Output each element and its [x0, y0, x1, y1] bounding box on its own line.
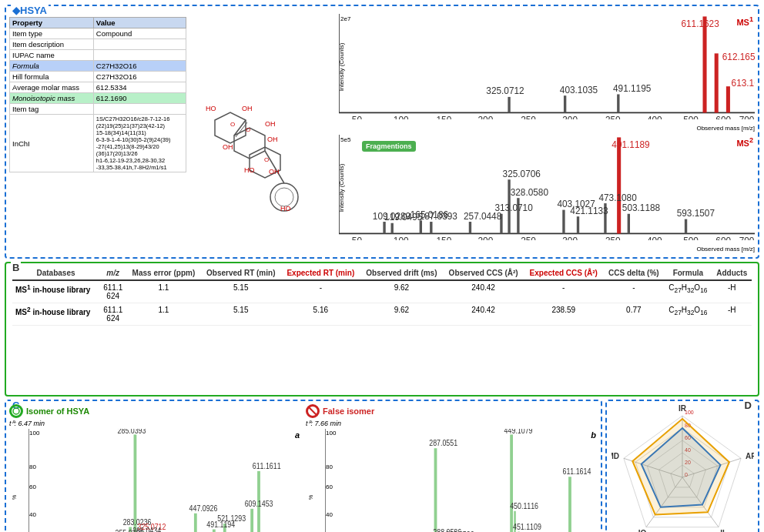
col-mass-error: Mass error (ppm): [126, 266, 200, 280]
false-isomer-rt: tᴿ: 7.66 min: [306, 420, 598, 427]
cell-obs-ccs: 240.42: [443, 303, 524, 326]
col-ccs-delta: CCS delta (%): [603, 266, 664, 280]
svg-rect-52: [562, 210, 565, 234]
table-row: MS1 in-house library 611.1624 1.1 5.15 -…: [12, 280, 752, 303]
cell-formula: C27H32O16: [664, 303, 712, 326]
cell-ccs-delta: 0.77: [603, 303, 664, 326]
svg-rect-122: [510, 434, 513, 532]
isomer-title-text: Isomer of HSYA: [26, 407, 89, 416]
cell-exp-ccs: 238.59: [524, 303, 603, 326]
svg-text:491.1189: 491.1189: [612, 139, 650, 150]
panel-a: ◆HSYA Property Value Item type Compound …: [5, 5, 759, 259]
cell-database: MS1 in-house library: [12, 280, 99, 303]
no-entry-icon: [306, 404, 320, 418]
cell-formula: C27H32O16: [664, 280, 712, 303]
svg-text:O: O: [246, 126, 250, 133]
ms2-chart-label: MS2: [736, 136, 753, 148]
false-isomer-y-80: 80: [326, 463, 333, 470]
svg-text:611.1614: 611.1614: [562, 467, 591, 477]
false-isomer-section: False isomer tᴿ: 7.66 min % 100 80 60 40…: [306, 404, 598, 532]
svg-text:257.0448: 257.0448: [464, 211, 502, 222]
svg-text:HO: HO: [244, 166, 255, 174]
panel-b: B Databases m/z Mass error (ppm) Observe…: [5, 262, 759, 396]
prop-avg-mass: Average molar mass 612.5334: [10, 82, 186, 93]
prop-formula: Formula C27H32O16: [10, 61, 186, 72]
false-isomer-y-label: %: [308, 495, 313, 500]
panel-a-charts: Intensity (Counts) 2e7 MS1 611.1623 612.…: [316, 14, 755, 254]
ms1-svg: 611.1623 612.1651 613.1673 325.0712 403.…: [339, 14, 755, 119]
prop-label: IUPAC name: [10, 50, 94, 61]
col-exp-rt: Expected RT (min): [281, 266, 360, 280]
prop-value: 1S/C27H32O16/c28-7-12-16(22)19(25)21(37)…: [93, 115, 186, 172]
svg-point-4: [275, 188, 293, 206]
svg-text:150: 150: [437, 236, 452, 240]
svg-text:200: 200: [478, 236, 494, 240]
svg-text:503.1188: 503.1188: [622, 202, 661, 213]
prop-value: [93, 50, 186, 61]
prop-hill-formula: Hill formula C27H32O16: [10, 72, 186, 82]
cell-obs-ccs: 240.42: [443, 280, 524, 303]
svg-text:OH: OH: [269, 168, 280, 176]
svg-text:400: 400: [647, 236, 662, 240]
ms1-x-label: Observed mass [m/z]: [696, 125, 755, 132]
isomer-letter: a: [295, 430, 300, 440]
prop-value: Compound: [93, 28, 186, 39]
cell-mz: 611.1624: [99, 280, 126, 303]
prop-inchi: InChI 1S/C27H32O16/c28-7-12-16(22)19(25)…: [10, 115, 186, 172]
svg-marker-169: [632, 419, 729, 515]
false-isomer-letter: b: [591, 430, 596, 440]
svg-text:100: 100: [685, 410, 694, 415]
isomer-rt: tᴿ: 6.47 min: [9, 420, 301, 427]
property-table: Property Value Item type Compound Item d…: [9, 17, 186, 172]
svg-text:611.1623: 611.1623: [682, 18, 720, 29]
svg-rect-98: [213, 530, 216, 532]
svg-text:609.1453: 609.1453: [245, 499, 273, 508]
ms2-y-scale: 5e5: [340, 136, 350, 143]
svg-text:613.1673: 613.1673: [732, 78, 755, 89]
col-obs-drift: Observed drift (ms): [360, 266, 443, 280]
col-adducts: Adducts: [712, 266, 752, 280]
svg-rect-62: [685, 219, 687, 234]
main-container: ◆HSYA Property Value Item type Compound …: [0, 0, 764, 532]
isomer-y-80: 80: [29, 463, 36, 470]
panel-d-label: D: [743, 400, 753, 411]
svg-text:OH: OH: [265, 120, 276, 128]
svg-rect-21: [703, 16, 707, 112]
svg-marker-1: [215, 112, 246, 143]
svg-text:449.1079: 449.1079: [504, 429, 533, 435]
isomer-section: Isomer of HSYA tᴿ: 6.47 min % 100 80 60 …: [9, 404, 301, 532]
svg-rect-60: [628, 214, 630, 234]
svg-text:50: 50: [352, 236, 363, 240]
svg-text:200: 200: [478, 115, 494, 119]
false-isomer-y-top: 100: [326, 430, 336, 437]
isomer-chart: % 100 80 60 40 20 a 285.0393: [28, 429, 301, 532]
data-table: Databases m/z Mass error (ppm) Observed …: [12, 266, 752, 326]
prop-label: Monoisotopic mass: [10, 93, 94, 104]
svg-text:255.0291: 255.0291: [116, 529, 144, 532]
isomer-y-label: %: [12, 495, 17, 500]
val-col-header: Value: [93, 18, 186, 28]
molecule-svg: HO OH OH OH HO OH OH HO O O O: [192, 59, 311, 212]
table-row: MS2 in-house library 611.1624 1.1 5.15 5…: [12, 303, 752, 326]
svg-text:350: 350: [605, 115, 621, 119]
isomer-svg: 285.0393 611.1611 609.1453 447.0926 521.…: [28, 429, 301, 532]
ms2-x-label: Observed mass [m/z]: [696, 246, 755, 253]
isomer-y-60: 60: [29, 483, 36, 490]
radar-svg: IR AR II IQ MD 100 80 60 40 20 0: [612, 404, 754, 532]
svg-text:447.0926: 447.0926: [189, 504, 218, 513]
svg-text:700: 700: [739, 236, 755, 240]
svg-text:300: 300: [562, 115, 578, 119]
svg-text:451.1109: 451.1109: [513, 522, 541, 531]
svg-text:109.0289: 109.0289: [373, 211, 411, 222]
ms1-chart-area: Intensity (Counts) 2e7 MS1 611.1623 612.…: [339, 14, 755, 119]
false-isomer-y-40: 40: [326, 511, 333, 518]
col-mz: m/z: [99, 266, 126, 280]
ms1-chart-label: MS1: [736, 15, 753, 27]
prop-label: Item type: [10, 28, 94, 39]
svg-text:300: 300: [562, 236, 578, 240]
false-isomer-title: False isomer: [306, 404, 598, 418]
svg-text:250: 250: [521, 236, 536, 240]
ms2-chart-area: Intensity (Counts) 5e5 MS2 Fragmentions …: [339, 135, 755, 240]
svg-rect-64: [469, 222, 471, 233]
svg-text:450.1116: 450.1116: [510, 501, 538, 510]
